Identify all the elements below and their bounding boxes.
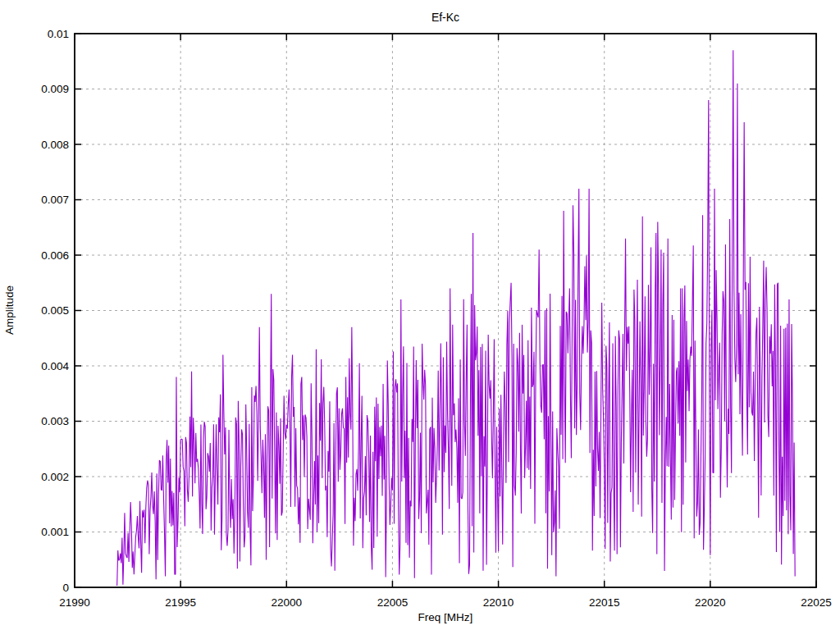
x-tick-label: 22000: [272, 596, 303, 609]
tick-label-layer: 2199021995220002200522010220152202022025…: [41, 28, 832, 609]
spectrum-chart: 2199021995220002200522010220152202022025…: [0, 0, 840, 630]
x-tick-label: 22010: [483, 596, 514, 609]
x-tick-label: 21995: [165, 596, 196, 609]
data-trace: [117, 50, 796, 586]
series-layer: [117, 50, 796, 586]
x-tick-label: 22020: [695, 596, 726, 609]
y-tick-label: 0.001: [41, 526, 69, 538]
x-axis-label: Freq [MHz]: [418, 611, 473, 623]
y-tick-label: 0.008: [41, 139, 69, 151]
chart-figure: 2199021995220002200522010220152202022025…: [0, 0, 840, 630]
y-tick-label: 0.002: [41, 471, 69, 483]
y-tick-label: 0.007: [41, 194, 69, 206]
y-tick-label: 0.005: [41, 304, 69, 317]
y-tick-label: 0.004: [41, 360, 69, 372]
y-tick-label: 0.009: [41, 83, 69, 95]
y-tick-label: 0.01: [48, 28, 69, 40]
y-tick-label: 0.006: [41, 249, 69, 262]
chart-title: Ef-Kc: [431, 11, 459, 24]
y-tick-label: 0.003: [41, 415, 69, 427]
x-tick-label: 21990: [59, 596, 90, 609]
grid-layer: [75, 34, 816, 587]
y-tick-label: 0: [62, 582, 69, 594]
x-tick-label: 22015: [589, 596, 620, 609]
x-tick-label: 22005: [377, 596, 409, 609]
x-tick-label: 22025: [801, 596, 832, 609]
y-axis-label: Amplitude: [3, 285, 16, 335]
